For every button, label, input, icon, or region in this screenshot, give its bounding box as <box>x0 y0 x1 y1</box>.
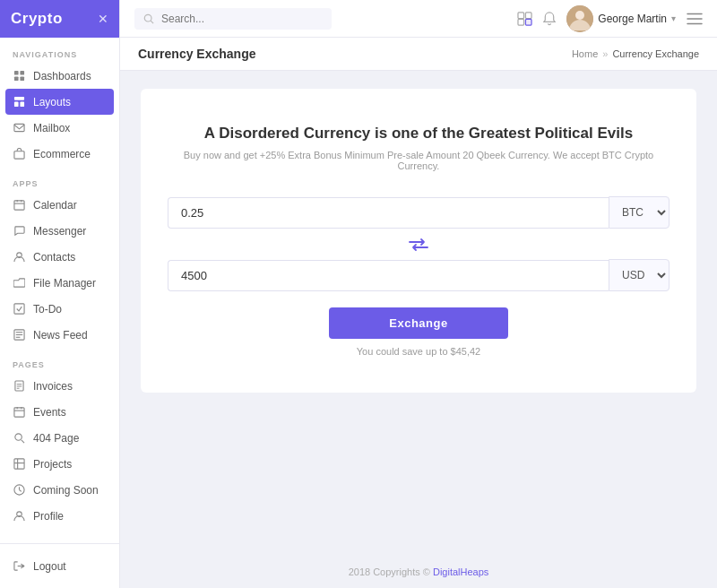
footer-link[interactable]: DigitalHeaps <box>433 566 488 577</box>
svg-point-56 <box>575 11 584 20</box>
todo-icon <box>13 302 26 316</box>
to-amount-input[interactable] <box>168 260 609 291</box>
search-bar[interactable] <box>134 8 332 30</box>
svg-rect-0 <box>14 71 19 75</box>
mail-icon <box>13 121 26 134</box>
sidebar-title: Crypto <box>11 10 63 28</box>
breadcrumb: Home » Currency Exchange <box>572 48 699 59</box>
bell-icon[interactable] <box>543 12 556 26</box>
sidebar-item-to-do[interactable]: To-Do <box>0 296 119 322</box>
section-label-navigations: NAVIGATIONS <box>0 38 119 63</box>
topbar: George Martin ▾ <box>120 0 717 38</box>
sidebar-item-ecommerce[interactable]: Ecommerce <box>0 141 119 167</box>
sidebar-item-mailbox[interactable]: Mailbox <box>0 115 119 141</box>
sidebar-item-invoices[interactable]: Invoices <box>0 373 119 399</box>
svg-rect-23 <box>14 408 24 417</box>
exchange-card: A Disordered Currency is one of the Grea… <box>141 89 696 393</box>
user-menu[interactable]: George Martin ▾ <box>566 5 676 32</box>
invoice-icon <box>13 379 26 393</box>
news-icon <box>13 328 26 342</box>
sidebar-item-logout[interactable]: Logout <box>0 553 119 579</box>
svg-point-49 <box>144 14 151 22</box>
exchange-button[interactable]: Exchange <box>329 307 508 339</box>
exchange-subtitle: Buy now and get +25% Extra Bonus Minimum… <box>168 150 669 171</box>
search-icon <box>13 431 26 445</box>
sidebar-close-button[interactable]: ✕ <box>98 12 108 26</box>
sidebar-item-messenger[interactable]: Messenger <box>0 218 119 244</box>
save-text: You could save up to $45,42 <box>168 346 669 357</box>
from-amount-input[interactable] <box>168 197 609 229</box>
search-input[interactable] <box>161 13 323 25</box>
sidebar-item-label: Dashboards <box>33 70 91 82</box>
sidebar: Crypto ✕ NAVIGATIONS Dashboards Layouts … <box>0 0 120 588</box>
svg-line-34 <box>20 490 22 492</box>
svg-rect-2 <box>14 76 19 81</box>
user-name: George Martin <box>598 13 667 25</box>
sidebar-body: NAVIGATIONS Dashboards Layouts Mailbox E… <box>0 38 119 543</box>
svg-line-28 <box>22 440 24 443</box>
sidebar-item-label: File Manager <box>33 277 96 290</box>
topbar-actions: George Martin ▾ <box>517 5 703 32</box>
avatar <box>566 5 593 32</box>
to-currency-select[interactable]: USD EUR GBP BTC <box>609 259 669 291</box>
sidebar-item-label: Ecommerce <box>33 148 91 160</box>
events-icon <box>13 405 26 419</box>
svg-rect-53 <box>518 19 524 25</box>
breadcrumb-bar: Currency Exchange Home » Currency Exchan… <box>120 38 717 71</box>
sidebar-item-label: Projects <box>33 458 72 471</box>
exchange-title: A Disordered Currency is one of the Grea… <box>168 125 669 143</box>
sidebar-item-label: Profile <box>33 510 64 523</box>
sidebar-item-label: Contacts <box>33 251 75 264</box>
layout-icon <box>13 95 26 108</box>
sidebar-item-label: News Feed <box>33 329 88 342</box>
svg-rect-51 <box>518 12 524 18</box>
sidebar-item-label: Logout <box>33 560 66 573</box>
sidebar-item-404[interactable]: 404 Page <box>0 425 119 451</box>
sidebar-item-news-feed[interactable]: News Feed <box>0 322 119 348</box>
sidebar-item-calendar[interactable]: Calendar <box>0 192 119 218</box>
notifications-settings-icon[interactable] <box>517 12 532 26</box>
svg-rect-3 <box>20 76 24 81</box>
sidebar-footer: Logout <box>0 543 119 588</box>
section-label-pages: PAGES <box>0 348 119 373</box>
sidebar-item-coming-soon[interactable]: Coming Soon <box>0 477 119 503</box>
sidebar-item-dashboards[interactable]: Dashboards <box>0 63 119 89</box>
breadcrumb-current: Currency Exchange <box>612 48 699 59</box>
footer-text: 2018 Copyrights © <box>349 566 430 577</box>
hamburger-icon[interactable] <box>687 13 703 25</box>
sidebar-item-events[interactable]: Events <box>0 399 119 425</box>
sidebar-item-label: Coming Soon <box>33 484 99 497</box>
sidebar-item-contacts[interactable]: Contacts <box>0 244 119 270</box>
section-label-apps: APPS <box>0 167 119 192</box>
ecommerce-icon <box>13 147 26 160</box>
content-area: A Disordered Currency is one of the Grea… <box>120 71 717 556</box>
svg-rect-52 <box>526 12 532 18</box>
folder-icon <box>13 276 26 290</box>
sidebar-item-label: 404 Page <box>33 432 79 445</box>
svg-line-50 <box>151 21 153 23</box>
svg-rect-29 <box>14 459 24 469</box>
grid-icon <box>13 69 26 82</box>
breadcrumb-home[interactable]: Home <box>572 48 598 59</box>
calendar-icon <box>13 198 26 212</box>
sidebar-item-layouts[interactable]: Layouts <box>5 89 114 115</box>
svg-rect-6 <box>20 102 24 108</box>
footer: 2018 Copyrights © DigitalHeaps <box>120 556 717 588</box>
profile-icon <box>13 509 26 523</box>
from-currency-select[interactable]: BTC ETH USD EUR <box>609 196 669 229</box>
svg-rect-9 <box>14 201 24 210</box>
svg-rect-54 <box>526 19 532 25</box>
chevron-down-icon: ▾ <box>671 13 676 23</box>
svg-rect-1 <box>20 71 24 75</box>
sidebar-item-profile[interactable]: Profile <box>0 503 119 529</box>
sidebar-item-label: Events <box>33 406 66 419</box>
sidebar-item-label: Layouts <box>33 96 71 108</box>
sidebar-item-label: To-Do <box>33 303 62 316</box>
from-row: BTC ETH USD EUR <box>168 196 669 229</box>
svg-rect-7 <box>14 124 24 131</box>
sidebar-item-file-manager[interactable]: File Manager <box>0 270 119 296</box>
to-row: USD EUR GBP BTC <box>168 259 669 291</box>
main: George Martin ▾ Currency Exchange Home »… <box>120 0 717 588</box>
sidebar-item-projects[interactable]: Projects <box>0 451 119 477</box>
breadcrumb-separator: » <box>602 48 608 59</box>
